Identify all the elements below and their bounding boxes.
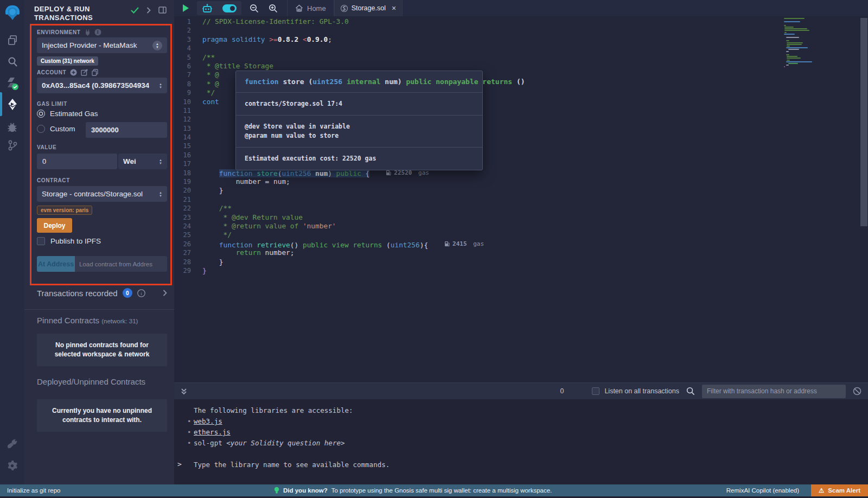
plug-icon[interactable] [85, 29, 91, 36]
warning-icon: ⚠ [819, 487, 824, 494]
did-you-know-tip: Did you know? To prototype using the Gno… [274, 487, 552, 494]
pinned-contracts-empty: No pinned contracts found for selected w… [37, 334, 167, 366]
settings-gear-icon[interactable] [0, 456, 24, 475]
transactions-info-icon[interactable]: i [137, 289, 145, 297]
git-init-status[interactable]: Initialize as git repo [7, 487, 60, 494]
code-line: 26 function retrieve() public view retur… [174, 240, 868, 248]
active-plugin-indicator [0, 92, 2, 116]
environment-select[interactable]: Injected Provider - MetaMask ▲▼ [37, 37, 167, 53]
at-address-button[interactable]: At Address [37, 256, 75, 272]
transactions-expand-icon[interactable] [163, 290, 167, 296]
terminal-collapse-icon[interactable] [181, 388, 187, 395]
panel-title: DEPLOY & RUN TRANSACTIONS [34, 5, 121, 22]
debugger-icon[interactable] [0, 117, 24, 137]
code-line: 5/** [174, 53, 868, 62]
code-line: 22 /** [174, 204, 868, 213]
publish-ipfs-row[interactable]: Publish to IPFS [37, 237, 101, 245]
value-label: VALUE [37, 144, 56, 150]
status-bar: Initialize as git repo Did you know? To … [0, 484, 868, 496]
clear-console-icon[interactable] [853, 387, 861, 395]
unpinned-contracts-empty: Currently you have no unpinned contracts… [37, 399, 167, 432]
zoom-in-icon[interactable] [264, 0, 283, 16]
contract-select[interactable]: Storage - contracts/Storage.sol ▲▼ [37, 186, 167, 202]
listen-checkbox[interactable] [592, 387, 599, 395]
editor-tab-bar: Home Storage.sol × [174, 0, 868, 16]
custom-gas-input[interactable] [86, 122, 167, 138]
tab-storage-sol[interactable]: Storage.sol × [334, 0, 403, 16]
terminal-line: Type the library name to see available c… [194, 459, 868, 470]
terminal-header: 0 Listen on all transactions [174, 382, 868, 399]
deploy-run-icon[interactable] [0, 93, 24, 115]
add-account-icon[interactable] [70, 69, 77, 76]
lightbulb-icon [274, 487, 279, 494]
svg-text:i: i [97, 29, 99, 35]
tooltip-location: contracts/Storage.sol 17:4 [236, 93, 482, 116]
compile-success-check-icon [131, 7, 139, 14]
code-line: 4 [174, 44, 868, 53]
terminal-line: •sol-gpt <your Solidity question here> [194, 438, 868, 449]
code-line: 2 [174, 26, 868, 35]
publish-ipfs-checkbox[interactable] [37, 237, 45, 245]
pin-panel-icon[interactable] [158, 7, 167, 14]
terminal-prompt[interactable]: > [177, 460, 182, 468]
terminal-line: •web3.js [194, 416, 868, 427]
chevron-right-icon[interactable] [146, 7, 151, 14]
code-line: 27 return number; [174, 248, 868, 257]
terminal-link[interactable]: ethers.js [194, 428, 231, 436]
transactions-recorded-row: Transactions recorded 0 i [37, 288, 167, 298]
tooltip-signature: function store (uint256 internal num) pu… [236, 71, 482, 93]
home-tab[interactable]: Home [288, 0, 334, 16]
estimated-gas-radio[interactable]: Estimated Gas [37, 110, 98, 118]
at-address-input[interactable] [75, 256, 167, 272]
terminal-output[interactable]: The following libraries are accessible:•… [174, 399, 868, 484]
minimap[interactable] [784, 18, 835, 68]
terminal-line: The following libraries are accessible: [194, 405, 868, 416]
plugin-manager-icon[interactable] [0, 434, 24, 454]
terminal-search-icon[interactable] [686, 387, 695, 395]
terminal-link[interactable]: web3.js [194, 417, 222, 425]
file-explorer-icon[interactable] [0, 30, 24, 50]
search-icon[interactable] [0, 52, 24, 72]
network-badge: Custom (31) network [37, 56, 98, 66]
code-line: 21 [174, 195, 868, 204]
terminal-count: 0 [560, 387, 564, 395]
copilot-status[interactable]: RemixAI Copilot (enabled) [726, 487, 799, 494]
code-line: 23 * @dev Return value [174, 213, 868, 222]
code-line: 6 * @title Storage [174, 62, 868, 71]
code-line: 29} [174, 266, 868, 275]
gas-limit-label: GAS LIMIT [37, 101, 67, 107]
deploy-run-panel: DEPLOY & RUN TRANSACTIONS ENVIRONMENT i … [24, 0, 174, 484]
scam-alert-button[interactable]: ⚠ Scam Alert [811, 484, 868, 496]
code-line: 24 * @return value of 'number' [174, 222, 868, 231]
editor-scrollbar[interactable] [860, 16, 868, 382]
custom-gas-radio[interactable]: Custom [37, 125, 75, 133]
unpinned-contracts-title: Deployed/Unpinned Contracts [37, 377, 145, 386]
contract-label: CONTRACT [37, 177, 70, 183]
scrollbar-thumb[interactable] [860, 18, 867, 226]
code-line: 1// SPDX-License-Identifier: GPL-3.0 [174, 17, 868, 26]
solidity-compiler-icon[interactable] [0, 74, 24, 94]
solidity-file-icon [341, 5, 348, 12]
terminal-filter-input[interactable] [702, 385, 846, 398]
function-hover-tooltip: function store (uint256 internal num) pu… [235, 71, 483, 170]
zoom-out-icon[interactable] [245, 0, 264, 16]
value-input[interactable] [37, 154, 117, 169]
copy-account-icon[interactable] [92, 69, 98, 76]
copilot-toggle-icon[interactable] [218, 0, 241, 16]
code-line: 20 } [174, 186, 868, 195]
pinned-contracts-title: Pinned Contracts (network: 31) [37, 316, 138, 325]
sign-message-icon[interactable] [81, 69, 88, 76]
git-icon[interactable] [0, 136, 24, 155]
info-icon[interactable]: i [94, 29, 101, 36]
terminal-line [194, 449, 868, 459]
transactions-count-badge: 0 [123, 288, 132, 298]
account-select[interactable]: 0xA03...85ac4 (0.398673504934 ▲▼ [37, 78, 167, 93]
close-tab-icon[interactable]: × [392, 4, 396, 12]
ai-copilot-robot-icon[interactable] [197, 0, 218, 16]
deploy-button[interactable]: Deploy [37, 218, 72, 233]
value-unit-select[interactable]: Wei ▲▼ [118, 154, 167, 169]
remix-logo-icon[interactable] [0, 3, 24, 23]
code-line: 25 */ [174, 231, 868, 239]
listen-all-transactions-row[interactable]: Listen on all transactions [592, 387, 679, 395]
run-script-icon[interactable] [174, 0, 194, 16]
